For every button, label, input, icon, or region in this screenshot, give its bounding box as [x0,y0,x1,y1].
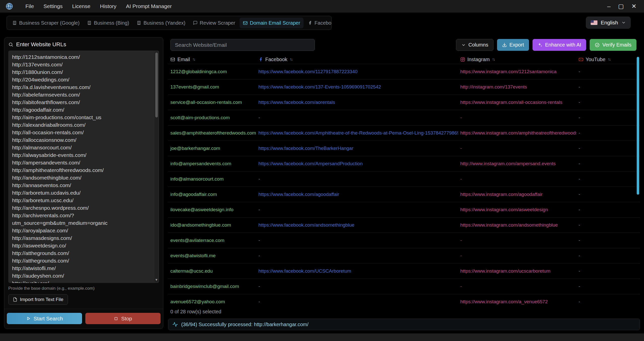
table-row[interactable]: info@ampersandevents.comhttps://www.face… [168,156,640,171]
table-row[interactable]: events@avilaterrace.com--- [168,233,640,248]
cell-facebook-link[interactable]: https://www.facebook.com/Amphitheatre-of… [256,130,458,136]
cell-youtube-link: - [576,222,640,228]
url-scrollbar-thumb[interactable] [155,53,158,117]
url-line: http://aroyalpalace.com/ [12,227,150,234]
cell-facebook-link[interactable]: https://www.facebook.com/112791788722334… [256,69,458,74]
menu-item-settings[interactable]: Settings [39,3,67,9]
url-line: http://archesnpo.wordpress.com/ [12,204,150,212]
column-header-email[interactable]: Email↑↓ [168,57,256,62]
tab-domain-email-scraper[interactable]: Domain Email Scraper [240,18,304,28]
table-row[interactable]: 1212@globaldiningca.comhttps://www.faceb… [168,64,640,79]
column-header-instagram[interactable]: Instagram↑↓ [458,57,576,62]
cell-facebook-link[interactable]: https://www.facebook.com/UCSCArboretum [256,268,458,274]
table-row[interactable]: bainbridgeswimclub@gmail.com--- [168,279,640,294]
minimize-button[interactable]: – [607,3,611,9]
table-row[interactable]: scott@aim-productions.com--- [168,110,640,125]
stop-button[interactable]: Stop [85,313,161,324]
maximize-button[interactable]: ▢ [618,3,624,9]
cell-email: service@all-occasion-rentals.com [168,100,256,105]
table-row[interactable]: ilovecake@asweetdesign.info-https://www.… [168,202,640,217]
table-row[interactable]: avenue6572@yahoo.com-https://www.instagr… [168,294,640,306]
table-row[interactable]: joe@barkerhangar.comhttps://www.facebook… [168,141,640,156]
sort-icon[interactable]: ↑↓ [608,57,611,62]
cell-instagram-link[interactable]: https://www.instagram.com/andsomethingbl… [458,222,576,228]
url-line: http://arboretum.ucsc.edu/ [12,197,150,204]
cell-email: events@atwistofli.me [168,253,256,259]
menu-item-file[interactable]: File [21,3,39,9]
cell-facebook-link[interactable]: https://www.facebook.com/aorentals [256,100,458,105]
sort-icon[interactable]: ↑↓ [290,57,293,62]
check-circle-icon [595,42,600,48]
tab-label: Business (Yandex) [143,20,185,26]
cell-instagram-link[interactable]: http://www.instagram.com/ampersand.event… [458,161,576,166]
table-row[interactable]: sales@amphitheateroftheredwoods.comhttps… [168,125,640,141]
scraper-tab-bar: Business Scraper (Google)Business (Bing)… [7,16,332,30]
search-icon [8,42,13,47]
tab-business-bing-[interactable]: Business (Bing) [84,18,132,28]
tab-business-yandex-[interactable]: Business (Yandex) [133,18,188,28]
columns-button[interactable]: Columns [456,39,494,51]
cell-instagram-link[interactable]: https://www.instagram.com/asweetdesign [458,207,576,212]
cell-instagram-link[interactable]: https://www.instagram.com/agoodaffair [458,192,576,197]
cell-instagram-link[interactable]: https://www.instagram.com/a_venue6572 [458,299,576,305]
cell-instagram-link[interactable]: https://www.instagram.com/all-occasions-… [458,100,576,105]
cell-facebook-link[interactable]: https://www.facebook.com/AmpersandProduc… [256,161,458,166]
search-controls: Start Search Stop [4,309,163,329]
cell-facebook-link[interactable]: https://www.facebook.com/andsomethingblu… [256,222,458,228]
cell-instagram-link[interactable]: https://www.instagram.com/ucscarboretum [458,268,576,274]
url-line: http://ampersandevents.com/ [12,159,150,166]
import-from-text-file-button[interactable]: Import from Text File [8,294,68,305]
verify-emails-button[interactable]: Verify Emails [590,39,636,51]
sort-icon[interactable]: ↑↓ [192,57,196,62]
table-row[interactable]: 137events@gmail.comhttps://www.facebook.… [168,79,640,95]
activity-pulse-icon [172,322,178,327]
menu-item-license[interactable]: License [67,3,95,9]
cell-instagram-link[interactable]: https://www.instagram.com/amphitheatreof… [458,130,576,136]
cell-youtube-link: - [576,84,640,90]
url-line: http://atwistofli.me/ [12,265,150,272]
cell-facebook-link: - [256,207,458,212]
column-label: Instagram [467,57,490,62]
table-row[interactable]: ido@andsomethingblue.comhttps://www.face… [168,217,640,233]
cell-instagram-link: - [458,176,576,182]
table-row[interactable]: events@atwistofli.me--- [168,248,640,263]
enhance-with-ai-button[interactable]: Enhance with AI [533,39,586,51]
export-button[interactable]: Export [497,39,529,51]
scroll-down-arrow-icon[interactable]: ▼ [155,278,158,282]
close-button[interactable]: ✕ [631,3,636,9]
cell-facebook-link[interactable]: https://www.facebook.com/TheBarkerHangar [256,146,458,151]
mail-icon [243,21,248,25]
column-header-youtube[interactable]: YouTube↑↓ [576,57,640,62]
search-input[interactable] [170,39,315,51]
menu-item-ai-prompt-manager[interactable]: AI Prompt Manager [121,3,176,9]
tab-business-scraper-google-[interactable]: Business Scraper (Google) [9,18,83,28]
tab-facebook-page-scraper[interactable]: Facebook Page Scraper [305,18,332,28]
table-scrollbar-thumb[interactable] [637,57,639,195]
globe-icon [6,3,13,10]
url-line: http://1212santamonica.com/ [12,53,150,61]
tab-review-scraper[interactable]: Review Scraper [190,18,239,28]
table-row[interactable]: service@all-occasion-rentals.comhttps://… [168,95,640,110]
table-row[interactable]: calterma@ucsc.eduhttps://www.facebook.co… [168,263,640,279]
menu-item-history[interactable]: History [95,3,121,9]
cell-email: 1212@globaldiningca.com [168,69,256,74]
cell-instagram-link[interactable]: http://instagram.com/137events [458,84,576,90]
cell-email: 137events@gmail.com [168,84,256,90]
cell-instagram-link[interactable]: https://www.instagram.com/1212santamonic… [458,69,576,74]
sort-icon[interactable]: ↑↓ [492,57,495,62]
start-search-button[interactable]: Start Search [7,313,82,324]
results-table: Email↑↓Facebook↑↓Instagram↑↓YouTube↑↓ 12… [168,55,640,306]
tab-label: Review Scraper [200,20,235,26]
cell-instagram-link: - [458,115,576,120]
url-list-scrollbar[interactable]: ▼ [155,51,158,282]
cell-facebook-link[interactable]: https://www.facebook.com/137-Events-1059… [256,84,458,90]
column-header-facebook[interactable]: Facebook↑↓ [256,57,458,62]
table-row[interactable]: info@almansorcourt.com--- [168,171,640,187]
url-line: http://abitofearthflowers.com/ [12,99,150,106]
cell-email: avenue6572@yahoo.com [168,299,256,305]
table-row[interactable]: info@agoodaffair.comhttps://www.facebook… [168,187,640,202]
document-icon [13,297,17,302]
language-selector[interactable]: English [586,17,631,29]
cell-facebook-link[interactable]: https://www.facebook.com/agoodaffair [256,192,458,197]
website-urls-textarea[interactable]: http://1212santamonica.com/http://137eve… [8,51,159,283]
